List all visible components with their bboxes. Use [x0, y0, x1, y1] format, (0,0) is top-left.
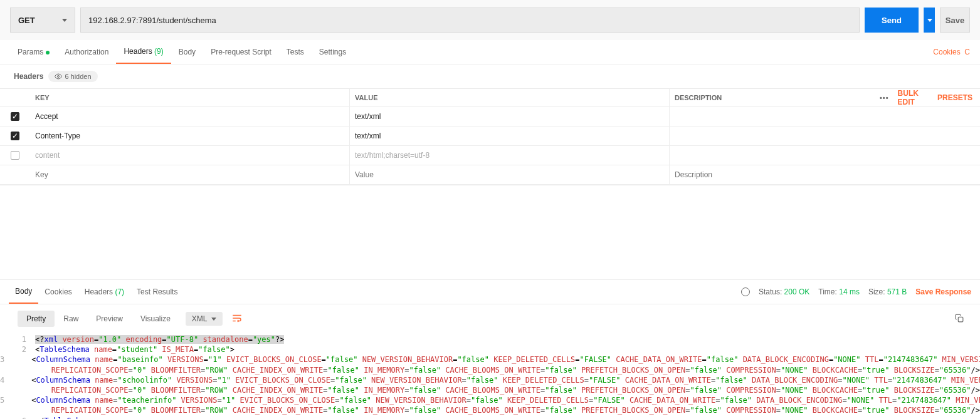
format-select[interactable]: XML [186, 312, 223, 326]
dot-icon [46, 51, 50, 54]
request-bar: GET Send Save [0, 0, 980, 40]
header-value[interactable]: text/xml [350, 127, 670, 145]
chevron-down-icon [211, 318, 216, 321]
response-tabs: Body Cookies Headers (7) Test Results St… [0, 279, 980, 304]
chevron-down-icon [62, 19, 67, 22]
chevron-down-icon [927, 19, 932, 22]
globe-icon[interactable] [741, 287, 750, 296]
tab-params[interactable]: Params [10, 41, 57, 63]
header-key[interactable]: Accept [30, 107, 350, 126]
save-response-link[interactable]: Save Response [915, 287, 971, 296]
col-key: KEY [30, 89, 350, 106]
tab-authorization[interactable]: Authorization [57, 41, 116, 63]
request-tabs: Params Authorization Headers (9) Body Pr… [0, 40, 980, 65]
save-button[interactable]: Save [940, 8, 970, 33]
tab-headers[interactable]: Headers (9) [116, 40, 171, 64]
eye-icon [55, 73, 62, 80]
headers-label: Headers [14, 72, 43, 81]
response-code[interactable]: 1<?xml version="1.0" encoding="UTF-8" st… [0, 333, 980, 419]
spacer [0, 185, 980, 279]
tab-tests[interactable]: Tests [279, 41, 312, 63]
response-status: Status: 200 OK Time: 14 ms Size: 571 B S… [741, 287, 971, 296]
copy-icon[interactable] [955, 314, 964, 324]
presets-link[interactable]: Presets [937, 93, 972, 102]
method-select[interactable]: GET [10, 8, 75, 33]
method-value: GET [18, 16, 35, 25]
grid-new-row [0, 165, 980, 185]
table-row: ✓ Accept text/xml [0, 107, 980, 127]
new-key-input[interactable] [35, 170, 344, 179]
send-dropdown-button[interactable] [924, 8, 935, 33]
new-desc-input[interactable] [675, 170, 975, 179]
tab-prerequest[interactable]: Pre-request Script [203, 41, 279, 63]
header-desc[interactable] [670, 111, 980, 122]
table-row: content text/html;charset=utf-8 [0, 146, 980, 165]
more-icon[interactable]: ••• [880, 94, 889, 101]
svg-point-0 [58, 76, 60, 78]
tab-settings[interactable]: Settings [312, 41, 354, 63]
response-viewbar: Pretty Raw Preview Visualize XML [0, 304, 980, 333]
new-value-input[interactable] [355, 170, 664, 179]
hidden-headers-pill[interactable]: 6 hidden [48, 71, 97, 82]
header-value[interactable]: text/html;charset=utf-8 [350, 146, 670, 165]
checkbox[interactable]: ✓ [11, 112, 19, 121]
cookies-link[interactable]: Cookies C [933, 48, 970, 56]
bulk-edit-link[interactable]: Bulk Edit [898, 89, 929, 106]
url-input[interactable] [80, 8, 860, 33]
header-desc[interactable] [670, 150, 980, 160]
tab-body[interactable]: Body [171, 41, 203, 63]
headers-grid: KEY VALUE DESCRIPTION ••• Bulk Edit Pres… [0, 88, 980, 185]
header-key[interactable]: Content-Type [30, 127, 350, 145]
header-value[interactable]: text/xml [350, 107, 670, 126]
header-desc[interactable] [670, 131, 980, 141]
checkbox[interactable]: ✓ [11, 132, 19, 140]
table-row: ✓ Content-Type text/xml [0, 127, 980, 146]
rtab-body[interactable]: Body [9, 280, 38, 304]
headers-subheader: Headers 6 hidden [0, 65, 980, 88]
rtab-cookies[interactable]: Cookies [38, 281, 78, 303]
col-value: VALUE [350, 89, 670, 106]
grid-header-row: KEY VALUE DESCRIPTION ••• Bulk Edit Pres… [0, 89, 980, 107]
view-visualize[interactable]: Visualize [132, 311, 179, 327]
view-pretty[interactable]: Pretty [18, 311, 55, 327]
rtab-test-results[interactable]: Test Results [130, 281, 184, 303]
view-raw[interactable]: Raw [55, 311, 87, 327]
col-desc: DESCRIPTION [670, 89, 880, 106]
svg-rect-1 [958, 317, 963, 322]
rtab-headers[interactable]: Headers (7) [78, 281, 130, 303]
view-preview[interactable]: Preview [87, 311, 132, 327]
header-key[interactable]: content [30, 146, 350, 165]
checkbox[interactable] [11, 151, 19, 160]
send-button[interactable]: Send [865, 8, 919, 33]
wrap-icon[interactable] [231, 313, 243, 326]
